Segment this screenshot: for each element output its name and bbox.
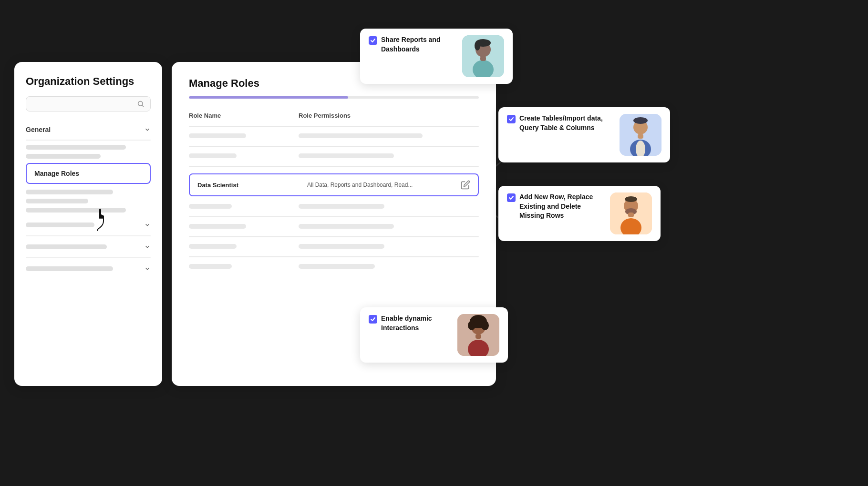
row-placeholder-name [189, 133, 246, 138]
avatar-4 [457, 314, 499, 356]
table-row [189, 153, 479, 158]
sidebar-item-manage-roles[interactable]: Manage Roles [26, 163, 151, 184]
avatar-figure-4 [457, 314, 499, 356]
collapse-row-3[interactable] [26, 261, 151, 277]
popup-dynamic-label: Enable dynamic Interactions [381, 314, 453, 333]
sidebar-sections-below [26, 217, 151, 277]
popup-tables-label: Create Tables/Import data, Query Table &… [519, 114, 615, 132]
svg-rect-11 [480, 56, 486, 61]
popup-check-row: Share Reports and Dashboards [369, 35, 457, 54]
row-divider [189, 166, 479, 167]
divider-1 [26, 140, 151, 141]
svg-point-14 [633, 117, 648, 124]
row-placeholder-perms [299, 224, 394, 229]
checkbox-rows[interactable] [507, 193, 516, 202]
progress-bar [189, 96, 479, 99]
svg-point-27 [468, 321, 475, 330]
chevron-down-icon [144, 265, 151, 272]
popup-share-label: Share Reports and Dashboards [381, 35, 457, 54]
popup-check-row: Add New Row, Replace Existing and Delete… [507, 192, 605, 221]
svg-rect-30 [475, 334, 481, 339]
row-placeholder-perms [299, 153, 394, 158]
sidebar-placeholder-item [26, 154, 101, 159]
active-row-name: Data Scientist [197, 182, 307, 189]
row-placeholder-perms [299, 204, 384, 209]
manage-roles-label: Manage Roles [34, 170, 79, 177]
active-row-permissions: All Data, Reports and Dashboard, Read... [307, 182, 461, 188]
search-input[interactable] [32, 101, 137, 108]
sidebar-placeholder-item [26, 190, 113, 194]
collapse-row-1[interactable] [26, 217, 151, 233]
avatar-figure-1 [462, 35, 504, 77]
popup-check-row: Enable dynamic Interactions [369, 314, 453, 333]
progress-fill [189, 96, 348, 99]
avatar-figure-2 [620, 114, 661, 156]
avatar-figure-3 [610, 192, 652, 234]
popup-create-tables: Create Tables/Import data, Query Table &… [498, 107, 670, 162]
avatar-2 [620, 114, 661, 156]
edit-icon[interactable] [461, 180, 470, 190]
popup-share-reports: Share Reports and Dashboards [360, 29, 513, 84]
chevron-down-icon [144, 126, 151, 133]
divider-2 [26, 235, 151, 236]
sidebar-placeholder-item [26, 145, 126, 150]
row-divider [189, 256, 479, 257]
popup-tables-text: Create Tables/Import data, Query Table &… [507, 114, 615, 132]
checkbox-tables[interactable] [507, 115, 516, 123]
table-row [189, 224, 479, 229]
sidebar-placeholder-item [26, 199, 88, 203]
popup-rows-label: Add New Row, Replace Existing and Delete… [519, 192, 605, 221]
row-divider [189, 216, 479, 217]
row-divider [189, 146, 479, 147]
table-header-divider [189, 126, 479, 127]
row-placeholder-name [189, 204, 232, 209]
svg-rect-23 [628, 213, 634, 217]
svg-point-21 [625, 196, 637, 202]
chevron-down-icon [144, 222, 151, 228]
sidebar-bar [26, 266, 113, 271]
general-label: General [26, 126, 51, 133]
popup-add-rows: Add New Row, Replace Existing and Delete… [498, 186, 661, 241]
svg-rect-17 [638, 134, 643, 139]
row-placeholder-name [189, 224, 246, 229]
col-header-role-name: Role Name [189, 112, 299, 119]
cursor-hand-icon [93, 209, 111, 235]
popup-enable-dynamic: Enable dynamic Interactions [360, 307, 508, 363]
sidebar-search-box[interactable] [26, 96, 151, 111]
popup-rows-text: Add New Row, Replace Existing and Delete… [507, 192, 605, 221]
row-placeholder-perms [299, 133, 423, 138]
row-divider [189, 236, 479, 237]
sidebar-section-general: General [26, 122, 151, 159]
sidebar: Organization Settings General Manage Rol… [14, 62, 162, 386]
divider-3 [26, 257, 151, 258]
collapse-row-2[interactable] [26, 239, 151, 255]
popup-check-row: Create Tables/Import data, Query Table &… [507, 114, 615, 132]
checkbox-dynamic[interactable] [369, 315, 377, 324]
row-placeholder-perms [299, 264, 375, 269]
table-headers: Role Name Role Permissions [189, 112, 479, 119]
row-placeholder-name [189, 264, 232, 269]
row-placeholder-name [189, 153, 237, 158]
svg-point-28 [481, 321, 489, 330]
general-header[interactable]: General [26, 122, 151, 137]
col-header-role-permissions: Role Permissions [299, 112, 479, 119]
table-row [189, 264, 479, 269]
sidebar-bar [26, 223, 94, 227]
row-placeholder-perms [299, 244, 384, 249]
row-placeholder-name [189, 244, 237, 249]
checkbox-share[interactable] [369, 36, 377, 45]
popup-share-text: Share Reports and Dashboards [369, 35, 457, 54]
sidebar-bar [26, 244, 107, 249]
chevron-down-icon [144, 243, 151, 250]
svg-point-0 [138, 101, 143, 106]
active-table-row[interactable]: Data Scientist All Data, Reports and Das… [189, 173, 479, 196]
avatar-3 [610, 192, 652, 234]
table-row [189, 244, 479, 249]
check-icon [370, 316, 376, 322]
sidebar-title: Organization Settings [26, 75, 151, 88]
scene: Organization Settings General Manage Rol… [0, 0, 868, 486]
avatar-1 [462, 35, 504, 77]
check-icon [508, 116, 514, 122]
table-row [189, 133, 479, 138]
svg-point-9 [475, 41, 480, 51]
